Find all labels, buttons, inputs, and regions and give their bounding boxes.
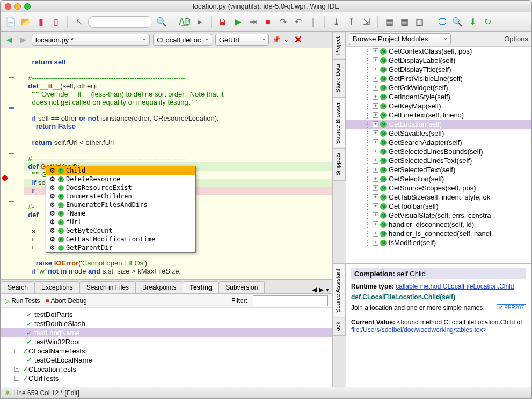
download-icon[interactable]: ⬇ [467, 16, 478, 28]
tabs-menu-icon[interactable]: ▾ [326, 286, 329, 293]
test-item[interactable]: ✓testLongName [1, 328, 332, 337]
browser-item[interactable]: ⋮+MGetSelectedLinesText(self) [346, 156, 531, 165]
panel-icon-2[interactable]: ▦ [398, 16, 410, 28]
bottom-tab[interactable]: Subversion [218, 281, 265, 293]
vertical-tab[interactable]: Source Assistant [333, 264, 346, 317]
toolbar-search-input[interactable] [88, 16, 152, 28]
monitor-icon[interactable]: 🖵 [436, 16, 448, 28]
chevron-down-icon[interactable]: ⌄ [283, 36, 289, 43]
pin-icon[interactable]: 📌 [272, 36, 280, 43]
step-icon-3[interactable]: ⇲ [360, 16, 372, 28]
bottom-tab[interactable]: Search [1, 281, 35, 293]
test-item[interactable]: ✓testWin32Root [1, 337, 332, 346]
pointer-icon[interactable]: ↖ [73, 16, 85, 28]
tabs-left-icon[interactable]: ◀ [312, 286, 317, 293]
member-dropdown[interactable]: GetUrl [215, 34, 269, 46]
open-file-icon[interactable]: 📂 [20, 16, 32, 28]
browser-item[interactable]: ⋮+MGetKeyMap(self) [346, 101, 531, 110]
browser-item[interactable]: ⋮+MGetSavables(self) [346, 129, 531, 138]
autocomplete-item[interactable]: ⚙FGetByteCount [46, 226, 195, 235]
test-group[interactable]: -✓CLocalNameTests [1, 346, 332, 356]
stop-icon[interactable]: ■ [262, 16, 274, 28]
browser-item[interactable]: ⋮+MGetVisualState(self, errs, constra [346, 211, 531, 220]
autocomplete-item[interactable]: ⚙FfName [46, 209, 195, 218]
browser-item[interactable]: ⋮+MGetTabSize(self, indent_style, ok_ [346, 193, 531, 202]
options-link[interactable]: Options [504, 35, 528, 43]
browser-item[interactable]: ⋮+MGetContextClass(self, pos) [346, 47, 531, 56]
goto-icon[interactable]: ▸ [194, 16, 206, 28]
refresh-icon[interactable]: ↻ [482, 16, 493, 28]
vertical-tab[interactable]: Stack Data [333, 59, 346, 98]
filter-input[interactable] [253, 295, 328, 306]
nav-fwd-icon[interactable]: ▶ [18, 34, 28, 45]
test-tree[interactable]: ✓testDotParts✓testDoubleSlash✓testLongNa… [1, 308, 332, 387]
browser-item[interactable]: ⋮+MGetSearchAdapter(self) [346, 138, 531, 147]
abort-debug-button[interactable]: ■ Abort Debug [45, 297, 86, 305]
browser-item[interactable]: ⋮+MGetIndentStyle(self) [346, 92, 531, 101]
test-item[interactable]: ✓testDotParts [1, 310, 332, 319]
bottom-tab[interactable]: Breakpoints [135, 281, 183, 293]
test-item[interactable]: ✓testGetLocalName [1, 356, 332, 365]
browser-item[interactable]: ⋮+MGetLocation(self) [346, 120, 531, 129]
autocomplete-item[interactable]: ⚙FChild [46, 166, 195, 175]
browser-item[interactable]: ⋮+MGetToolbar(self) [346, 202, 531, 211]
panel-icon[interactable]: ▤ [383, 16, 395, 28]
autocomplete-item[interactable]: ⚙FDoesResourceExist [46, 183, 195, 192]
bottom-tab[interactable]: Exceptions [34, 281, 80, 293]
file-icon[interactable]: 🗎 [217, 16, 229, 28]
vertical-tab[interactable]: ack [333, 317, 346, 336]
code-editor[interactable]: ▬ ▬ ▬ ▬ return self #-------------------… [1, 48, 332, 279]
pause-icon[interactable]: ‖ [307, 16, 319, 28]
vertical-tab[interactable]: Snippets [333, 148, 346, 181]
autocomplete-item[interactable]: ⚙FfUrl [46, 218, 195, 226]
autocomplete-item[interactable]: ⚙FGetLastModificationTime [46, 235, 195, 243]
test-group[interactable]: +✓CUrlTests [1, 374, 332, 383]
browser-item[interactable]: ⋮+Mhandler_disconnect(self, id) [346, 220, 531, 229]
step-icon-2[interactable]: ⤒ [345, 16, 357, 28]
autocomplete-item[interactable]: ⚙FEnumerateFilesAndDirs [46, 201, 195, 209]
panel-icon-3[interactable]: ▥ [413, 16, 425, 28]
run-icon[interactable]: ▶ [232, 16, 244, 28]
vertical-tab[interactable]: Source Browser [333, 97, 346, 149]
new-file-icon[interactable]: 📄 [5, 16, 17, 28]
step-over-icon[interactable]: ↷ [277, 16, 289, 28]
browser-item[interactable]: ⋮+MGetSelection(self) [346, 174, 531, 183]
search-icon-2[interactable]: 🔍 [451, 16, 463, 28]
bottom-tab[interactable]: Testing [183, 281, 219, 293]
nav-back-icon[interactable]: ◀ [4, 34, 14, 45]
browser-item[interactable]: ⋮+MGetDisplayTitle(self) [346, 65, 531, 74]
browser-item[interactable]: ⋮+MGetDisplayLabel(self) [346, 56, 531, 65]
step-into-icon[interactable]: ⇥ [247, 16, 259, 28]
autocomplete-popup[interactable]: ⚙FChild⚙FDeleteResource⚙FDoesResourceExi… [46, 166, 196, 253]
browser-item[interactable]: ⋮+MGetSourceScopes(self, pos) [346, 183, 531, 193]
vertical-tab[interactable]: Project [333, 32, 346, 60]
autocomplete-item[interactable]: ⚙FEnumerateChildren [46, 192, 195, 201]
browser-mode-dropdown[interactable]: Browse Project Modules [349, 33, 451, 45]
step-out-icon[interactable]: ↶ [292, 16, 304, 28]
tabs-right-icon[interactable]: ▶ [319, 286, 324, 293]
search-icon[interactable]: 🔍 [156, 16, 167, 28]
browser-item[interactable]: ⋮+MGetGtkWidget(self) [346, 83, 531, 92]
autocomplete-item[interactable]: ⚙FGetParentDir [46, 243, 195, 252]
runtime-type-link[interactable]: callable method CLocalFileLocation.Child [396, 283, 514, 290]
browser-item[interactable]: ⋮+MGetSelectedLinesBounds(self) [346, 147, 531, 156]
project-open-icon[interactable]: ▯ [50, 16, 62, 28]
project-file-icon[interactable]: ▮ [35, 16, 47, 28]
browser-item[interactable]: ⋮+MIsModified(self) [346, 238, 531, 247]
browser-item[interactable]: ⋮+MGetSelectedText(self) [346, 165, 531, 174]
browser-item[interactable]: ⋮+MGetFirstVisibleLine(self) [346, 74, 531, 83]
file-dropdown[interactable]: location.py * [32, 34, 150, 46]
current-value-link[interactable]: file:/Users/sdeibel/doc/woodworking/tabl… [351, 326, 486, 334]
close-editor-icon[interactable]: ✕ [292, 34, 304, 46]
breakpoint-icon[interactable] [2, 175, 8, 181]
browser-item[interactable]: ⋮+MGetLineText(self, lineno) [346, 110, 531, 120]
source-browser-list[interactable]: ⋮+MGetContextClass(self, pos)⋮+MGetDispl… [346, 47, 531, 263]
browser-item[interactable]: ⋮+Mhandler_is_connected(self, handl [346, 229, 531, 238]
test-item[interactable]: ✓testDoubleSlash [1, 319, 332, 328]
autocomplete-item[interactable]: ⚙FDeleteResource [46, 175, 195, 183]
step-icon[interactable]: ⤓ [330, 16, 342, 28]
replace-icon[interactable]: A͟B [179, 16, 191, 28]
test-group[interactable]: +✓CLocationTests [1, 365, 332, 374]
class-dropdown[interactable]: CLocalFileLoc [153, 34, 212, 46]
run-tests-button[interactable]: ▷ Run Tests [5, 297, 40, 305]
